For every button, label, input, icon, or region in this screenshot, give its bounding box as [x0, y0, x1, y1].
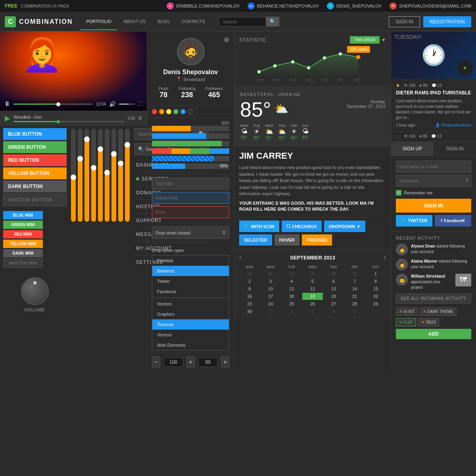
- signin-button[interactable]: SIGN IN: [389, 16, 420, 27]
- cal-day-4[interactable]: 4: [281, 278, 302, 285]
- yellow-mini-button[interactable]: YELLOW MINI: [3, 240, 43, 248]
- slider-4[interactable]: [91, 129, 96, 222]
- cal-day-19-today[interactable]: 19: [302, 293, 323, 300]
- nav-portfolio[interactable]: PORTFOLIO: [81, 13, 117, 30]
- dropdown-item-vectors1[interactable]: Vectors: [152, 299, 229, 309]
- nav-search-button[interactable]: 🔍: [266, 17, 279, 27]
- facebook-auth-btn[interactable]: fFacebooK: [435, 215, 471, 226]
- signup-tab[interactable]: SIGN UP: [391, 142, 434, 155]
- dark-mini-button[interactable]: DARK MINI: [3, 249, 43, 257]
- cal-day-13[interactable]: 13: [323, 285, 344, 292]
- pressed-btn[interactable]: PRESSED: [302, 234, 332, 246]
- cal-day-8[interactable]: 8: [365, 278, 386, 285]
- dropdown-btn[interactable]: DROPDOWN ▼: [324, 221, 366, 232]
- cal-day-28[interactable]: 28: [344, 300, 365, 307]
- cal-day-5[interactable]: 5: [302, 278, 323, 285]
- tag-ui-kit[interactable]: ✕ UI KIT: [396, 307, 418, 316]
- cal-day-28-prev[interactable]: 28: [302, 270, 323, 277]
- cal-day-1-next[interactable]: 1: [260, 308, 281, 315]
- dropdown-item-behance[interactable]: Behance: [152, 266, 229, 276]
- dropdown-item-textures[interactable]: Textures: [152, 319, 229, 330]
- tag-flat[interactable]: ✕ FLAT: [396, 318, 416, 326]
- cal-day-1[interactable]: 1: [365, 270, 386, 277]
- cal-day-23[interactable]: 23: [239, 300, 260, 307]
- cal-day-9[interactable]: 9: [239, 285, 260, 292]
- cal-day-10[interactable]: 10: [260, 285, 281, 292]
- cal-day-26[interactable]: 26: [302, 300, 323, 307]
- text-edit-input[interactable]: [152, 178, 229, 190]
- cal-day-25-prev[interactable]: 25: [239, 270, 260, 277]
- cal-day-27-prev[interactable]: 27: [281, 270, 302, 277]
- volume-track[interactable]: [119, 104, 135, 105]
- twitter-auth-btn[interactable]: 🐦TWITTER: [396, 215, 432, 226]
- dot-red[interactable]: [152, 109, 157, 114]
- behance-link[interactable]: Bé BEHANCE.NET/SHEPOVALOV: [248, 2, 319, 10]
- active-field-input[interactable]: [152, 192, 229, 204]
- cal-day-21[interactable]: 21: [344, 293, 365, 300]
- cal-day-12[interactable]: 12: [302, 285, 323, 292]
- slider-9[interactable]: [125, 129, 130, 222]
- dropdown-closed[interactable]: Drop down closed ⇕: [152, 226, 229, 239]
- slider-1[interactable]: [71, 129, 76, 222]
- tag-dark-theme[interactable]: ✕ DARK THEME: [420, 307, 456, 316]
- dropdown-item-twitter[interactable]: Twitter: [152, 276, 229, 286]
- yellow-button[interactable]: YELLOW BUTTON: [3, 167, 67, 179]
- dot-blue-check[interactable]: ✓: [180, 109, 186, 114]
- audio-menu-icon[interactable]: ≡: [138, 115, 142, 122]
- cal-day-5-next[interactable]: 5: [344, 308, 365, 315]
- slider-5[interactable]: [98, 129, 103, 222]
- cal-day-2[interactable]: 2: [239, 278, 260, 285]
- fullscreen-icon[interactable]: ⛶: [138, 101, 143, 107]
- dropdown-item-graphics[interactable]: Graphics: [152, 309, 229, 319]
- cal-day-11[interactable]: 11: [281, 285, 302, 292]
- cal-day-24[interactable]: 24: [260, 300, 281, 307]
- cal-day-30[interactable]: 30: [239, 308, 260, 315]
- nav-about[interactable]: ABOUT US: [118, 13, 151, 30]
- green-button[interactable]: GREEN BUTTON: [3, 141, 67, 153]
- cal-day-22[interactable]: 22: [365, 293, 386, 300]
- add-btn[interactable]: ADD: [396, 329, 471, 339]
- signin-orange-btn[interactable]: SIGN IN: [396, 199, 471, 213]
- tag-tags[interactable]: ✕ TAGS: [418, 318, 439, 326]
- nav-search-input[interactable]: [219, 17, 266, 27]
- dropdown-item-facebook[interactable]: Facebook: [152, 286, 229, 297]
- cal-day-15[interactable]: 15: [365, 285, 386, 292]
- slider-7[interactable]: [111, 129, 116, 222]
- cal-day-14[interactable]: 14: [344, 285, 365, 292]
- cal-day-29[interactable]: 29: [365, 300, 386, 307]
- video-progress-track[interactable]: [13, 104, 93, 105]
- hover-btn[interactable]: HOVER: [274, 234, 299, 246]
- tag-x-icon-4[interactable]: ✕: [421, 320, 424, 324]
- username-input[interactable]: [396, 161, 471, 173]
- cal-day-17[interactable]: 17: [260, 293, 281, 300]
- register-button[interactable]: REGISTRATION: [423, 16, 471, 27]
- cal-day-26-prev[interactable]: 26: [260, 270, 281, 277]
- cal-day-25[interactable]: 25: [281, 300, 302, 307]
- dribbble-link[interactable]: ● DRIBBBLE.COM/SHEPOVALOV: [167, 2, 240, 10]
- cal-day-20[interactable]: 20: [323, 293, 344, 300]
- blue-button[interactable]: BLUE BUTTON: [3, 128, 67, 140]
- cal-day-6[interactable]: 6: [323, 278, 344, 285]
- green-mini-button[interactable]: GREEN MINI: [3, 221, 43, 229]
- cal-day-27[interactable]: 27: [323, 300, 344, 307]
- audio-progress-track[interactable]: [13, 121, 124, 122]
- checkbox-btn[interactable]: ☐CHECKBOX: [282, 221, 322, 232]
- tag-x-icon-2[interactable]: ✕: [423, 309, 426, 314]
- gear-icon[interactable]: ⚙: [224, 36, 229, 44]
- counter-plus-1[interactable]: +: [186, 357, 195, 368]
- password-help-icon[interactable]: ?: [465, 178, 468, 184]
- blue-mini-button[interactable]: BLUE MINI: [3, 211, 43, 219]
- audio-play-icon[interactable]: ▶: [5, 114, 10, 123]
- tag-x-icon-3[interactable]: ✕: [399, 320, 402, 324]
- counter-minus-1[interactable]: −: [152, 357, 160, 368]
- volume-icon[interactable]: 🔊: [109, 101, 116, 107]
- cal-day-3-next[interactable]: 3: [302, 308, 323, 315]
- week-dropdown-icon[interactable]: ▼: [381, 37, 386, 43]
- cal-day-18[interactable]: 18: [281, 293, 302, 300]
- skype-link[interactable]: S DENIS_SHEPOVALOV: [327, 2, 382, 10]
- cal-day-2-next[interactable]: 2: [281, 308, 302, 315]
- slider-2[interactable]: [78, 129, 83, 222]
- dropdown-item-dribbble[interactable]: Dribbble: [152, 255, 229, 266]
- red-mini-button[interactable]: REd MINI: [3, 230, 43, 238]
- dropdown-item-web-elements[interactable]: Web Elements: [152, 340, 229, 350]
